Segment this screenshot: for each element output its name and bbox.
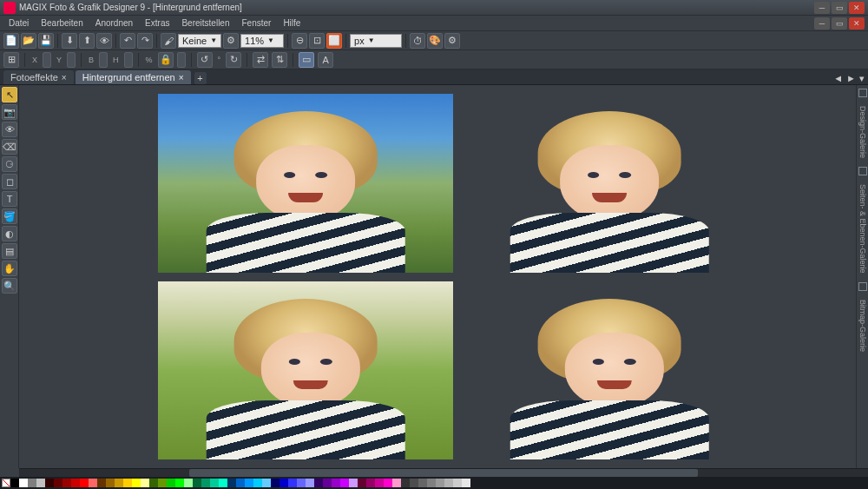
doc-maximize-button[interactable]: ▭: [832, 17, 847, 30]
color-swatch[interactable]: [19, 479, 28, 487]
flip-h-button[interactable]: ⇄: [253, 52, 268, 68]
photo-cutout-1[interactable]: [462, 94, 757, 273]
color-swatch[interactable]: [366, 479, 375, 487]
new-button[interactable]: 📄: [3, 33, 19, 49]
lock-aspect-button[interactable]: 🔒: [158, 52, 174, 68]
panel-design-galerie[interactable]: Design-Galerie: [858, 102, 867, 162]
scale-strokes-button[interactable]: A: [318, 52, 333, 68]
color-swatch[interactable]: [45, 479, 54, 487]
color-swatch[interactable]: [436, 479, 444, 487]
menu-hilfe[interactable]: Hilfe: [278, 17, 306, 30]
menu-datei[interactable]: Datei: [3, 17, 34, 30]
redo-button[interactable]: ↷: [137, 33, 153, 49]
color-swatch[interactable]: [175, 479, 184, 487]
erase-tool[interactable]: ⌫: [2, 139, 17, 155]
fill-tool[interactable]: 🪣: [2, 208, 17, 224]
zoom-combo[interactable]: 11%▼: [240, 34, 284, 48]
color-swatch[interactable]: [236, 479, 245, 487]
color-swatch[interactable]: [323, 479, 332, 487]
preview-button[interactable]: 👁: [96, 33, 112, 49]
minimize-button[interactable]: ─: [814, 2, 830, 14]
style-combo[interactable]: Keine▼: [178, 34, 221, 48]
zoom-prev-button[interactable]: ⊖: [292, 33, 307, 49]
color-swatch[interactable]: [89, 479, 97, 487]
transparency-tool[interactable]: ◐: [2, 226, 17, 241]
add-tab-button[interactable]: +: [194, 72, 207, 84]
color-swatch[interactable]: [115, 479, 123, 487]
scroll-thumb[interactable]: [189, 469, 699, 477]
color-swatch[interactable]: [54, 479, 62, 487]
w-field[interactable]: [99, 52, 108, 68]
photo-original-2[interactable]: [158, 281, 453, 460]
close-button[interactable]: ✕: [849, 2, 865, 14]
options-button[interactable]: ⚙: [444, 33, 460, 49]
zoom-fit-button[interactable]: ⊡: [309, 33, 325, 49]
color-swatch[interactable]: [193, 479, 201, 487]
color-swatch[interactable]: [210, 479, 219, 487]
tab-close-icon[interactable]: ×: [62, 73, 67, 83]
photo-original-1[interactable]: [158, 94, 453, 273]
color-swatch[interactable]: [141, 479, 149, 487]
color-swatch[interactable]: [375, 479, 384, 487]
rotate-left-button[interactable]: ↺: [197, 52, 213, 68]
horizontal-scrollbar[interactable]: [19, 468, 868, 477]
menu-bereitstellen[interactable]: Bereitstellen: [176, 17, 234, 30]
color-swatch[interactable]: [123, 479, 132, 487]
undo-button[interactable]: ↶: [120, 33, 135, 49]
color-swatch[interactable]: [401, 479, 410, 487]
x-field[interactable]: [43, 52, 51, 68]
color-swatch[interactable]: [62, 479, 71, 487]
select-mode-button[interactable]: ▭: [299, 52, 314, 68]
color-swatch[interactable]: [306, 479, 314, 487]
color-swatch[interactable]: [418, 479, 427, 487]
color-swatch[interactable]: [253, 479, 262, 487]
color-swatch[interactable]: [444, 479, 453, 487]
panel-icon[interactable]: [858, 167, 867, 175]
color-swatch[interactable]: [314, 479, 323, 487]
color-swatch[interactable]: [227, 479, 236, 487]
brush-settings-button[interactable]: ⚙: [223, 33, 239, 49]
clone-tool[interactable]: ⚆: [2, 156, 17, 172]
open-button[interactable]: 📂: [21, 33, 36, 49]
color-swatch[interactable]: [262, 479, 271, 487]
menu-anordnen[interactable]: Anordnen: [90, 17, 138, 30]
zoom-tool[interactable]: 🔍: [2, 278, 17, 294]
color-swatch[interactable]: [427, 479, 436, 487]
color-swatch[interactable]: [384, 479, 392, 487]
color-swatch[interactable]: [288, 479, 297, 487]
flip-v-button[interactable]: ⇅: [272, 52, 287, 68]
color-swatch[interactable]: [71, 479, 80, 487]
menu-extras[interactable]: Extras: [140, 17, 174, 30]
color-swatch[interactable]: [149, 479, 158, 487]
tab-scroll-right[interactable]: ►: [846, 73, 856, 84]
photo-tool[interactable]: 📷: [2, 104, 17, 120]
rotate-right-button[interactable]: ↻: [226, 52, 241, 68]
shadow-tool[interactable]: ▤: [2, 243, 17, 259]
no-color-swatch[interactable]: [2, 479, 10, 487]
panel-bitmap-galerie[interactable]: Bitmap-Galerie: [858, 296, 867, 355]
text-tool[interactable]: T: [2, 191, 17, 207]
color-swatch[interactable]: [184, 479, 193, 487]
color-swatch[interactable]: [279, 479, 288, 487]
panel-seiten-ebenen[interactable]: Seiten- & Ebenen-Galerie: [858, 181, 867, 277]
color-swatch[interactable]: [340, 479, 349, 487]
nudge-combo[interactable]: px▼: [350, 34, 402, 48]
color-swatch[interactable]: [462, 479, 470, 487]
color-swatch[interactable]: [10, 479, 19, 487]
redeye-tool[interactable]: 👁: [2, 122, 17, 137]
tab-close-icon[interactable]: ×: [179, 73, 184, 83]
color-swatch[interactable]: [453, 479, 462, 487]
y-field[interactable]: [67, 52, 76, 68]
color-swatch[interactable]: [245, 479, 253, 487]
doc-close-button[interactable]: ✕: [849, 17, 865, 30]
import-button[interactable]: ⬇: [62, 33, 77, 49]
color-swatch[interactable]: [332, 479, 340, 487]
color-swatch[interactable]: [358, 479, 366, 487]
photo-cutout-2[interactable]: [462, 281, 757, 460]
tab-menu[interactable]: ▾: [859, 73, 865, 84]
color-swatch[interactable]: [132, 479, 141, 487]
tab-hintergrund-entfernen[interactable]: Hintergrund entfernen ×: [76, 70, 191, 84]
canvas[interactable]: [19, 85, 856, 468]
color-swatch[interactable]: [392, 479, 401, 487]
save-button[interactable]: 💾: [38, 33, 54, 49]
